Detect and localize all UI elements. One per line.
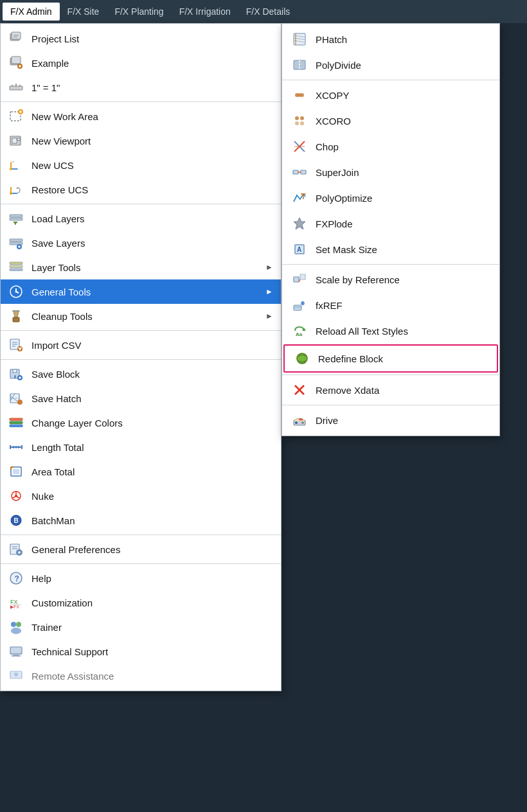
change-layer-colors-label: Change Layer Colors <box>31 418 273 428</box>
length-total-icon <box>7 438 25 456</box>
sub-item-xcoro[interactable]: XCORO <box>282 108 499 134</box>
menu-item-batchman[interactable]: B BatchMan <box>1 508 281 533</box>
svg-rect-26 <box>12 138 17 143</box>
svg-rect-43 <box>10 242 22 245</box>
customization-icon: FX▶FX <box>7 594 25 612</box>
redefine-block-icon <box>292 349 312 368</box>
cleanup-tools-label: Cleanup Tools <box>31 311 265 322</box>
polyoptimize-icon <box>290 188 309 207</box>
trainer-label: Trainer <box>31 622 273 633</box>
menu-item-save-hatch[interactable]: Save Hatch <box>1 386 281 410</box>
sub-item-superjoin[interactable]: SuperJoin <box>282 159 499 185</box>
restore-ucs-label: Restore UCS <box>31 184 273 195</box>
menu-item-new-viewport[interactable]: New Viewport <box>1 128 281 153</box>
menu-bar-fx-irrigation[interactable]: F/X Irrigation <box>172 3 238 21</box>
sub-item-drive[interactable]: Drive <box>282 407 499 433</box>
sub-item-phatch[interactable]: PHatch <box>282 26 499 52</box>
reload-text-styles-label: Reload All Text Styles <box>316 326 489 337</box>
sub-item-fxplode[interactable]: FXPlode <box>282 211 499 236</box>
menu-bar-fx-admin[interactable]: F/X Admin <box>3 3 60 21</box>
svg-point-101 <box>11 622 16 627</box>
svg-rect-64 <box>14 375 16 378</box>
menu-item-save-layers[interactable]: Save Layers <box>1 231 281 255</box>
menu-item-general-preferences[interactable]: General Preferences <box>1 537 281 561</box>
menu-item-technical-support[interactable]: Technical Support <box>1 639 281 664</box>
menu-bar-fx-details[interactable]: F/X Details <box>238 3 298 21</box>
sub-item-reload-text-styles[interactable]: Aa Reload All Text Styles <box>282 318 499 344</box>
fxref-label: fxREF <box>316 300 489 311</box>
menu-item-example[interactable]: Example <box>1 51 281 75</box>
svg-point-53 <box>15 291 17 293</box>
fxplode-label: FXPlode <box>316 218 489 229</box>
menu-item-remote-assistance[interactable]: Remote Assistance <box>1 664 281 688</box>
sub-item-xcopy[interactable]: XCOPY <box>282 82 499 108</box>
length-total-label: Length Total <box>31 442 273 453</box>
area-total-icon <box>7 463 25 481</box>
help-icon: ? <box>7 569 25 587</box>
menu-item-restore-ucs[interactable]: Restore UCS <box>1 177 281 202</box>
menu-item-change-layer-colors[interactable]: Change Layer Colors <box>1 410 281 435</box>
sub-item-redefine-block[interactable]: Redefine Block <box>283 344 498 373</box>
sub-item-chop[interactable]: Chop <box>282 134 499 159</box>
polydivide-label: PolyDivide <box>316 60 489 71</box>
phatch-label: PHatch <box>316 34 489 45</box>
batchman-icon: B <box>7 511 25 529</box>
menu-item-help[interactable]: ? Help <box>1 566 281 590</box>
menu-item-general-tools[interactable]: General Tools ► <box>1 279 281 304</box>
sub-item-fxref[interactable]: fxREF <box>282 292 499 318</box>
menu-item-load-layers[interactable]: Load Layers <box>1 206 281 231</box>
example-label: Example <box>31 58 273 69</box>
sub-item-polyoptimize[interactable]: PolyOptimize <box>282 185 499 211</box>
drive-label: Drive <box>316 415 489 426</box>
save-block-icon <box>7 365 25 383</box>
import-csv-label: Import CSV <box>31 340 273 351</box>
general-preferences-label: General Preferences <box>31 544 273 555</box>
menu-item-nuke[interactable]: Nuke <box>1 484 281 508</box>
menu-item-trainer[interactable]: Trainer <box>1 615 281 639</box>
reload-text-styles-icon: Aa <box>290 321 309 340</box>
sub-item-remove-xdata[interactable]: Remove Xdata <box>282 377 499 403</box>
sub-item-scale-by-reference[interactable]: Scale by Reference <box>282 267 499 292</box>
save-block-label: Save Block <box>31 369 273 380</box>
menu-item-new-ucs[interactable]: * New UCS <box>1 153 281 177</box>
svg-rect-54 <box>13 317 19 322</box>
menu-item-cleanup-tools[interactable]: Cleanup Tools ► <box>1 304 281 328</box>
sub-item-set-mask-size[interactable]: A Set Mask Size <box>282 236 499 262</box>
scale-label: 1" = 1" <box>31 82 273 93</box>
new-ucs-icon: * <box>7 156 25 174</box>
menu-item-area-total[interactable]: Area Total <box>1 459 281 484</box>
svg-text:A: A <box>297 246 301 253</box>
separator-1 <box>1 102 281 102</box>
svg-point-144 <box>297 355 307 362</box>
xcopy-label: XCOPY <box>316 90 489 101</box>
menu-item-layer-tools[interactable]: Layer Tools ► <box>1 255 281 279</box>
remote-assistance-label: Remote Assistance <box>31 671 273 682</box>
svg-rect-104 <box>10 647 22 654</box>
svg-text:B: B <box>14 517 19 524</box>
menu-item-save-block[interactable]: Save Block <box>1 362 281 386</box>
menu-item-import-csv[interactable]: Import CSV <box>1 333 281 357</box>
menu-item-new-work-area[interactable]: New Work Area <box>1 104 281 128</box>
scale-icon <box>7 78 25 96</box>
load-layers-icon <box>7 209 25 227</box>
sub-item-polydivide[interactable]: PolyDivide <box>282 52 499 78</box>
menu-bar-fx-site[interactable]: F/X Site <box>60 3 107 21</box>
sub-separator-3 <box>282 375 499 375</box>
menu-item-scale[interactable]: 1" = 1" <box>1 75 281 100</box>
svg-text:*: * <box>12 161 14 164</box>
svg-point-30 <box>10 168 12 170</box>
svg-text:Aa: Aa <box>296 331 303 337</box>
svg-marker-31 <box>10 161 12 163</box>
menu-item-length-total[interactable]: Length Total <box>1 435 281 459</box>
svg-rect-75 <box>10 425 22 427</box>
separator-3 <box>1 330 281 331</box>
layer-tools-label: Layer Tools <box>31 262 265 273</box>
menu-item-customization[interactable]: FX▶FX Customization <box>1 590 281 615</box>
nuke-icon <box>7 487 25 505</box>
svg-rect-17 <box>10 86 22 90</box>
fxplode-icon <box>290 214 309 233</box>
technical-support-icon <box>7 642 25 660</box>
menu-item-project-list[interactable]: Project List <box>1 26 281 51</box>
example-icon <box>7 54 25 72</box>
menu-bar-fx-planting[interactable]: F/X Planting <box>107 3 171 21</box>
